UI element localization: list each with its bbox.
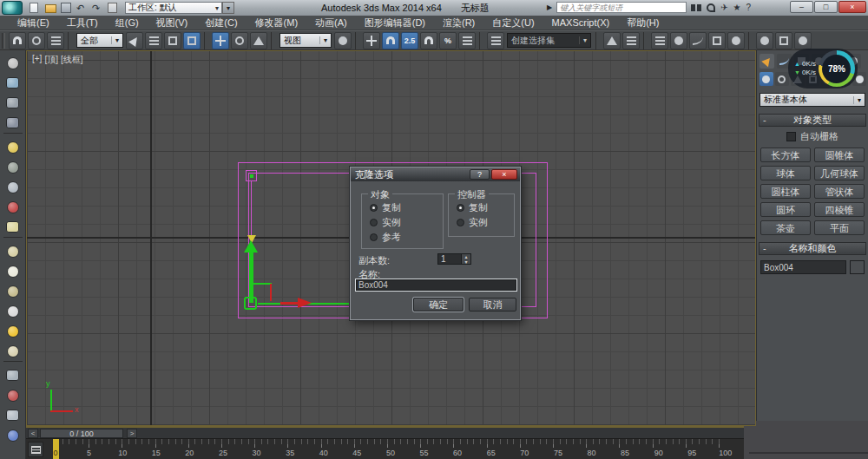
vertex-handle[interactable] (246, 170, 257, 181)
graphite-ribbon-icon[interactable] (670, 32, 687, 49)
schematic-table-icon[interactable] (3, 93, 23, 113)
previous-frame-button[interactable]: < (28, 429, 38, 438)
flower-blue-icon[interactable] (3, 425, 23, 445)
select-and-rotate-icon[interactable] (231, 32, 248, 49)
named-selection-sets-combo[interactable]: 创建选择集▾ (507, 33, 591, 48)
redo-icon[interactable]: ↷ (92, 3, 104, 13)
wing-tool-icon[interactable] (3, 157, 23, 177)
menu-9[interactable]: 渲染(R) (434, 16, 483, 30)
favorites-star-icon[interactable]: ★ (733, 3, 741, 12)
moon-icon[interactable] (3, 177, 23, 197)
selection-filter-combo[interactable]: 全部▾ (76, 33, 123, 48)
cone-icon[interactable] (3, 301, 23, 321)
snap-25-icon[interactable]: 2.5 (401, 32, 418, 49)
layer-manager-icon[interactable] (651, 32, 668, 49)
menu-5[interactable]: 创建(C) (196, 16, 246, 30)
object-name-input[interactable]: Box004 (760, 260, 846, 274)
object-type-button-球体[interactable]: 球体 (760, 166, 811, 180)
object-type-button-圆锥体[interactable]: 圆锥体 (814, 148, 865, 162)
object-color-swatch[interactable] (850, 260, 865, 274)
bind-to-space-warp-icon[interactable] (47, 32, 64, 49)
object-type-rollout-header[interactable]: - 对象类型 (759, 114, 866, 127)
select-and-scale-icon[interactable] (250, 32, 267, 49)
menu-4[interactable]: 视图(V) (148, 16, 197, 30)
track-bar[interactable]: 0510152025303540455055606570758085909510… (26, 438, 744, 459)
viewport-menu-plus[interactable]: [+] (32, 54, 42, 66)
spinner-down-icon[interactable]: ▾ (462, 259, 470, 265)
undo-icon[interactable]: ↶ (76, 3, 89, 13)
save-file-icon[interactable] (61, 3, 73, 13)
next-frame-button[interactable]: > (127, 429, 137, 438)
object-type-button-圆柱体[interactable]: 圆柱体 (760, 184, 811, 199)
molecule-icon[interactable] (3, 385, 23, 405)
subcategory-combo[interactable]: 标准基本体 ▾ (760, 93, 865, 107)
select-and-link-icon[interactable] (9, 32, 26, 49)
edit-named-selection-sets-icon[interactable] (487, 32, 504, 49)
workspace-combo[interactable]: 工作区: 默认 ▾ (125, 2, 222, 14)
select-and-move-icon[interactable] (212, 32, 229, 49)
object-type-button-管状体[interactable]: 管状体 (814, 184, 865, 199)
render-icon[interactable] (794, 32, 812, 49)
selection-region-icon[interactable] (164, 32, 181, 49)
menu-2[interactable]: 工具(T) (58, 16, 107, 30)
percent-snap-icon[interactable]: % (439, 32, 457, 49)
menu-8[interactable]: 图形编辑器(D) (356, 16, 434, 30)
move-gizmo-y-arrowhead[interactable] (244, 240, 258, 252)
close-button[interactable]: × (838, 1, 866, 13)
chevron-down-icon[interactable]: ▾ (319, 36, 331, 44)
new-file-icon[interactable] (30, 3, 42, 13)
3dsmax-logo-icon[interactable] (2, 1, 23, 15)
curve-editor-icon[interactable] (689, 32, 707, 49)
radio-option-实例[interactable]: 实例 (362, 216, 443, 229)
menu-1[interactable]: 编辑(E) (9, 16, 58, 30)
clone-name-input[interactable]: Box004 (355, 279, 517, 292)
search-input[interactable]: 键入关键字或短语 (556, 2, 687, 13)
time-slider-handle[interactable]: 0 / 100 (40, 429, 123, 438)
teapot-outline-icon[interactable] (3, 281, 23, 301)
object-type-button-茶壶[interactable]: 茶壶 (760, 220, 811, 235)
use-pivot-center-icon[interactable] (334, 32, 352, 49)
chevron-down-icon[interactable]: ▾ (111, 36, 122, 44)
viewport-menu-view[interactable]: [顶] (44, 54, 58, 66)
angle-snap-icon[interactable] (420, 32, 437, 49)
subscription-icon[interactable] (707, 3, 715, 12)
ok-button[interactable]: 确定 (413, 298, 464, 311)
snap-toggle-icon[interactable] (382, 32, 399, 49)
project-folder-icon[interactable] (108, 3, 120, 13)
chevron-down-icon[interactable]: ▾ (579, 36, 590, 44)
material-editor-icon[interactable] (727, 32, 745, 49)
radio-option-复制[interactable]: 复制 (449, 201, 514, 214)
object-type-button-长方体[interactable]: 长方体 (760, 148, 811, 162)
sun-icon[interactable] (3, 321, 23, 341)
copies-value-field[interactable]: 1 (437, 253, 462, 265)
spinner-snap-icon[interactable] (458, 32, 476, 49)
minimize-button[interactable]: – (790, 1, 813, 13)
communication-center-icon[interactable]: ✈ (720, 3, 727, 12)
shapes-category-icon[interactable] (775, 72, 789, 86)
schematic-view-icon[interactable] (708, 32, 726, 49)
menu-11[interactable]: MAXScript(X) (543, 16, 619, 30)
workspace-flyout-button[interactable]: ▾ (222, 2, 234, 14)
reference-coordinate-combo[interactable]: 视图▾ (279, 33, 332, 48)
move-gizmo-y-axis[interactable] (249, 252, 253, 303)
select-by-name-icon[interactable] (145, 32, 162, 49)
geometry-category-icon[interactable] (760, 72, 773, 86)
select-object-icon[interactable] (126, 32, 143, 49)
menu-12[interactable]: 帮助(H) (618, 16, 667, 30)
object-type-button-四棱锥[interactable]: 四棱锥 (814, 202, 865, 217)
autogrid-checkbox[interactable] (786, 132, 796, 141)
search-flyout-icon[interactable]: ▶ (547, 3, 552, 11)
mini-curve-editor-button[interactable] (28, 442, 43, 457)
rendered-frame-icon[interactable] (775, 32, 792, 49)
red-rings-icon[interactable] (3, 197, 23, 217)
open-file-icon[interactable] (45, 3, 57, 13)
data-grid-icon[interactable] (3, 113, 23, 133)
mirror-icon[interactable] (603, 32, 621, 49)
move-gizmo-x-arrowhead[interactable] (298, 298, 312, 308)
viewport-menu-shading[interactable]: [线框] (61, 54, 83, 66)
camera-cone-icon[interactable] (3, 405, 23, 425)
radio-option-实例[interactable]: 实例 (449, 216, 514, 229)
object-type-button-圆环[interactable]: 圆环 (760, 202, 811, 217)
dialog-close-button[interactable]: × (491, 169, 517, 180)
render-setup-icon[interactable] (756, 32, 773, 49)
